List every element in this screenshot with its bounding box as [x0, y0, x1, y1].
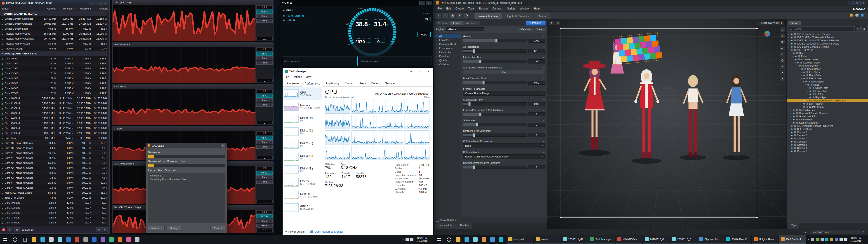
close-button[interactable]: × [860, 1, 866, 5]
node-label[interactable]: Gracezque Shirt [799, 115, 816, 118]
node-label[interactable]: Camera 3 [797, 137, 807, 140]
node-label[interactable]: Samantha Hair [799, 109, 815, 111]
sensor-row[interactable]: ▾Core #6 Clock 3,193.5 MHz 3,121.2 MHz 3… [0, 126, 110, 130]
slider-handle[interactable] [473, 133, 475, 137]
slider-handle[interactable] [479, 113, 482, 116]
reset-button[interactable]: Reset [256, 61, 273, 65]
sensor-row[interactable]: ▾Core #2 Thread #0 Usage 56.3 % 0.0 % 10… [0, 160, 110, 165]
shaded-draw-style-icon[interactable] [850, 13, 854, 17]
history-button[interactable]: History [166, 226, 181, 231]
sensor-row[interactable]: ▾Core #7 Clock 3,193.5 MHz 3,121.2 MHz 3… [0, 130, 110, 135]
parameter-value[interactable]: 1 [528, 112, 545, 116]
undo-icon[interactable]: ↶ [457, 12, 463, 18]
scene-node[interactable]: ◉ Camera 1 [786, 130, 868, 134]
menu-item[interactable]: Render [477, 6, 490, 11]
menu-item[interactable]: Options [292, 75, 302, 79]
parameter-slider[interactable] [463, 113, 527, 116]
parameter-group[interactable]: ▸ Initialization [434, 50, 461, 54]
tab[interactable]: Processes [284, 81, 302, 86]
tips-tab[interactable]: Tips [788, 223, 799, 229]
graph-window-title[interactable]: CPU (Tctl/Tdie) [113, 0, 273, 5]
slider-handle[interactable] [495, 39, 498, 42]
show-sub-items-checkbox[interactable] [436, 219, 439, 222]
taskbar-app-button[interactable]: DAZ Studio 4.10... [779, 235, 806, 244]
vertical-scrollbar[interactable] [107, 11, 110, 226]
select-lesson-dropdown[interactable]: Select a Lesson ▾ [810, 230, 866, 234]
sensor-row[interactable]: ▾Physical Memory Available 20,777 MB 15,… [0, 36, 110, 41]
maximize-button[interactable]: □ [854, 1, 860, 5]
expand-caret-icon[interactable]: ▾ [800, 78, 802, 80]
fix-y-button[interactable]: Fix y [256, 140, 273, 144]
sensor-row[interactable]: ▾Core #0 Thread #0 Usage 8.4 % 0.0 % 100… [0, 141, 110, 146]
simulation-log[interactable]: Simulating...Simulating From Memorized P… [148, 173, 225, 223]
viewport-canvas[interactable] [547, 20, 786, 229]
taskbar-app-button[interactable]: Clipboard01 - M... [698, 235, 724, 244]
visibility-eye-icon[interactable]: ◉ [791, 125, 794, 127]
reset-button[interactable]: Reset [256, 145, 273, 149]
menu-item[interactable]: Edit [444, 6, 453, 11]
parameter-slider[interactable] [463, 60, 527, 63]
expand-caret-icon[interactable]: ▸ [790, 109, 792, 111]
expand-caret-icon[interactable]: ▸ [788, 33, 790, 35]
sensor-row[interactable]: ▾System: GIGABYTE TECHNOLOGY CO., LTD. A… [0, 11, 110, 16]
parameter-group[interactable]: ▸ Quality [434, 58, 461, 62]
sensor-row[interactable]: ▾Virtual Memory Commited 13,499 MB 6,360… [0, 16, 110, 21]
network-icon[interactable] [405, 238, 409, 241]
node-label[interactable]: Abdomen Lower [801, 58, 818, 61]
node-label[interactable]: Head [813, 83, 819, 86]
column-current[interactable]: Current [39, 7, 57, 10]
visibility-eye-icon[interactable]: ◉ [791, 134, 794, 136]
expand-caret-icon[interactable]: ▾ [802, 81, 804, 83]
volume-icon[interactable] [410, 238, 413, 241]
minimize-button[interactable]: ─ [407, 68, 415, 74]
parameter-slider[interactable] [463, 81, 527, 84]
parameter-value[interactable]: 0.15 [528, 49, 545, 53]
viewport[interactable]: ≡ □ Perspective View ▾ ↻+⇅⇄□◎▲▼● [547, 20, 786, 229]
visibility-eye-icon[interactable]: ◉ [803, 106, 806, 108]
parameter-value[interactable]: 0.00 [528, 102, 545, 106]
visibility-eye-icon[interactable]: ◉ [793, 115, 796, 118]
parameter-slider[interactable] [463, 123, 527, 126]
fewer-details-button[interactable]: ∨ Fewer details [285, 230, 305, 233]
taskbar-app-button[interactable]: Unigine Heaven... [752, 235, 779, 244]
sidebar-item[interactable]: Disk 1 (D:) 0% [283, 125, 322, 138]
evga-titlebar[interactable]: EVGA ─ × [280, 0, 433, 6]
scene-node[interactable]: ◉ Camera 3 [786, 137, 868, 140]
scene-node[interactable]: ▾ ◉ Chest Lower [786, 64, 868, 67]
sidebar-item[interactable]: Disk 0 (Y:) 0% [283, 113, 322, 125]
cancel-button[interactable]: Cancel [211, 226, 225, 231]
scene-options-icon[interactable]: ≡ [862, 26, 867, 31]
daz3d-logo[interactable]: DAZ3D [853, 7, 867, 11]
expand-caret-icon[interactable]: ▸ [788, 43, 790, 45]
scene-node[interactable]: ▾ ◉ Abdomen Upper [786, 61, 868, 64]
parameter-dropdown[interactable]: Better - Continuous CCD (Vertex-Face) ▾ [463, 154, 545, 159]
dock-tab[interactable]: animate Lite [435, 223, 456, 229]
visibility-eye-icon[interactable]: ◉ [799, 65, 802, 67]
node-label[interactable]: Genesis 3 Female Genitalia [799, 112, 829, 115]
visibility-eye-icon[interactable]: ◉ [793, 109, 796, 111]
menu-item[interactable]: Scripts [505, 6, 518, 11]
expand-caret-icon[interactable]: ▾ [796, 65, 798, 67]
node-label[interactable]: IDG SLPLoincloth 02 Genesis 8 Female [797, 39, 839, 42]
node-label[interactable]: Camera 2 [797, 134, 807, 137]
pane-tab[interactable]: Editor [450, 21, 463, 25]
scene-node[interactable]: ▸ ◉ IDG SLM Bra 02 Genesis 3 Female [786, 36, 868, 39]
parameter-menu-icon[interactable]: ∗ [543, 66, 545, 69]
sensor-row[interactable]: ▾Core #3 Thread #0 Usage 2.8 % 0.0 % 100… [0, 170, 110, 175]
section-caret-icon[interactable]: ▾ [2, 53, 3, 55]
frame-view-icon[interactable]: □ [780, 52, 785, 57]
engine-dropdown[interactable]: dForce ▾ [446, 27, 484, 31]
expand-caret-icon[interactable]: ▸ [806, 90, 808, 92]
visibility-eye-icon[interactable]: ◉ [791, 33, 794, 35]
graph-window-title[interactable]: Temperature 2 [113, 42, 273, 47]
sensor-row[interactable]: ▾Core #5 Ratio 32.0 x 32.0 x 32.0 x 32.0… [0, 225, 110, 226]
visibility-eye-icon[interactable]: ◉ [803, 74, 806, 77]
evga-tray-icon[interactable] [825, 238, 829, 241]
sensor-row[interactable]: ▾Core #4 VID 1.188 V 1.156 V 1.188 V 1.1… [0, 76, 110, 81]
menu-item[interactable]: Connect [490, 6, 504, 11]
parameter-slider[interactable] [463, 133, 527, 137]
scene-node[interactable]: ▸ ◉ Right Collar [786, 74, 868, 77]
core-graph[interactable] [325, 130, 350, 145]
visibility-eye-icon[interactable]: ◉ [795, 58, 798, 61]
visibility-eye-icon[interactable]: ◉ [791, 45, 794, 48]
